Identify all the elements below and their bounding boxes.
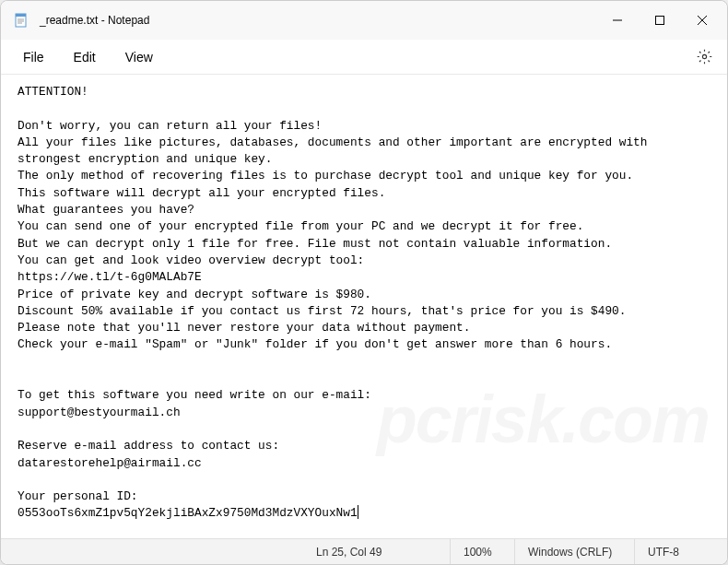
titlebar: _readme.txt - Notepad [1,1,727,40]
watermark: pcrisk.com [377,411,709,428]
settings-button[interactable] [688,41,720,73]
text-editor-area[interactable]: ATTENTION! Don't worry, you can return a… [1,75,727,538]
status-lineending: Windows (CRLF) [515,539,635,564]
document-text: ATTENTION! Don't worry, you can return a… [18,85,654,520]
notepad-window: _readme.txt - Notepad File Edit View ATT… [0,0,728,565]
notepad-icon [14,13,29,28]
status-encoding: UTF-8 [635,539,727,564]
text-cursor [358,505,358,519]
maximize-button[interactable] [639,6,681,35]
menu-view[interactable]: View [111,44,168,70]
svg-rect-6 [656,17,664,25]
menu-file[interactable]: File [8,44,59,70]
menu-edit[interactable]: Edit [59,44,111,70]
window-title: _readme.txt - Notepad [40,14,596,27]
status-zoom[interactable]: 100% [451,539,515,564]
window-controls [596,6,723,35]
statusbar: Ln 25, Col 49 100% Windows (CRLF) UTF-8 [1,538,727,564]
minimize-button[interactable] [596,6,639,35]
status-position: Ln 25, Col 49 [303,539,451,564]
svg-point-9 [702,54,706,58]
svg-rect-1 [16,14,26,17]
close-button[interactable] [681,6,723,35]
menubar: File Edit View [1,40,727,75]
